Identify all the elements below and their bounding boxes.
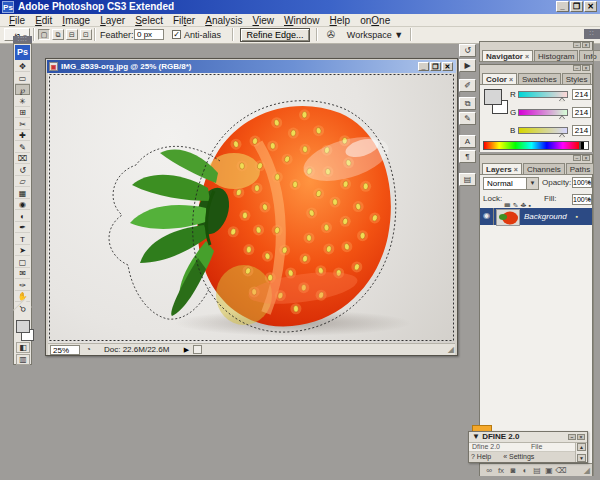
resize-grip[interactable]: ◢ (448, 345, 454, 355)
toolbox-grip[interactable]: ∷∷ (13, 36, 32, 43)
slice-tool[interactable]: ✂ (15, 119, 30, 130)
tab-close-icon[interactable]: × (525, 53, 529, 60)
menu-help[interactable]: Help (325, 15, 356, 26)
blend-mode-dropdown[interactable]: Normal ▼ (483, 177, 539, 190)
navigator-tab-navigator[interactable]: Navigator× (482, 50, 533, 61)
rectangle-tool[interactable]: ▢ (15, 257, 30, 268)
eraser-tool[interactable]: ▱ (15, 176, 30, 187)
new-selection-button[interactable]: ▢ (38, 29, 50, 40)
actions-icon[interactable]: ▶ (459, 59, 476, 72)
character-icon[interactable]: A (459, 135, 476, 148)
layer-group-icon[interactable]: ▤ (531, 466, 543, 475)
channel-value[interactable]: 214 (572, 125, 591, 136)
background-layer-row[interactable]: ◉ Background ▪ (480, 208, 592, 225)
dfine-scrollbar[interactable]: ▲ ▼ (575, 443, 587, 462)
menu-window[interactable]: Window (279, 15, 325, 26)
layers-tab-layers[interactable]: Layers× (482, 163, 522, 174)
maximize-button[interactable]: ❐ (570, 1, 583, 12)
foreground-color-swatch[interactable] (16, 320, 30, 333)
dock-grip[interactable]: ∷ (584, 29, 600, 39)
layer-mask-icon[interactable]: ◙ (507, 466, 519, 475)
zoom-level-input[interactable]: 25% (50, 345, 80, 355)
menu-view[interactable]: View (247, 15, 279, 26)
paragraph-icon[interactable]: ¶ (459, 150, 476, 163)
screen-mode-button[interactable]: ▥ (16, 354, 30, 365)
layer-comps-icon[interactable]: ▤ (459, 173, 476, 186)
slider-marker-icon[interactable] (559, 116, 565, 120)
scroll-down-icon[interactable]: ▼ (577, 454, 586, 462)
panel-minimize-icon[interactable]: – (568, 434, 576, 440)
crop-tool[interactable]: ⊞ (15, 107, 30, 118)
slider-marker-icon[interactable] (559, 98, 565, 102)
channel-value[interactable]: 214 (572, 89, 591, 100)
notes-tool[interactable]: ✉ (15, 268, 30, 279)
link-layers-icon[interactable]: ∞ (483, 466, 495, 475)
quick-selection-tool[interactable]: ✳ (15, 96, 30, 107)
path-selection-tool[interactable]: ➤ (15, 245, 30, 256)
subtract-from-selection-button[interactable]: ⊟ (66, 29, 78, 40)
go-to-bridge-icon[interactable]: ✇ (322, 29, 340, 41)
feather-input[interactable]: 0 px (134, 29, 164, 40)
eyedropper-tool[interactable]: ✑ (15, 280, 30, 291)
brushes-icon[interactable]: ✎ (459, 112, 476, 125)
menu-file[interactable]: File (4, 15, 30, 26)
navigator-tab-histogram[interactable]: Histogram (534, 50, 578, 61)
app-title-bar[interactable]: Ps Adobe Photoshop CS3 Extended _❐✕ (0, 0, 600, 14)
help-button[interactable]: ? Help (471, 453, 491, 460)
doc-close-button[interactable]: ✕ (442, 62, 453, 71)
layer-visibility-cell[interactable]: ◉ (480, 208, 494, 225)
channel-value[interactable]: 214 (572, 107, 591, 118)
status-option-box[interactable] (193, 345, 202, 354)
clone-source-icon[interactable]: ⧉ (459, 97, 476, 110)
blur-tool[interactable]: ◉ (15, 199, 30, 210)
menu-image[interactable]: Image (57, 15, 95, 26)
dfine-panel-header[interactable]: ▼ DFINE 2.0 – × (469, 432, 587, 443)
lasso-tool[interactable]: ℘ (15, 84, 30, 95)
menu-analysis[interactable]: Analysis (200, 15, 247, 26)
history-brush-tool[interactable]: ↺ (15, 165, 30, 176)
anti-alias-checkbox[interactable]: ✓ (172, 30, 181, 39)
canvas[interactable] (48, 73, 455, 343)
add-to-selection-button[interactable]: ⧉ (52, 29, 64, 40)
settings-button[interactable]: « Settings (503, 453, 534, 460)
move-tool[interactable]: ✥ (15, 61, 30, 72)
clone-stamp-tool[interactable]: ⌧ (15, 153, 30, 164)
quick-mask-button[interactable]: ◧ (16, 342, 30, 353)
minimize-button[interactable]: _ (556, 1, 569, 12)
dfine-filter-row[interactable]: Dfine 2.0 File (469, 443, 575, 452)
menu-layer[interactable]: Layer (95, 15, 130, 26)
close-button[interactable]: ✕ (584, 1, 597, 12)
channel-slider[interactable] (518, 109, 568, 116)
tab-close-icon[interactable]: × (514, 166, 518, 173)
foreground-color-swatch[interactable] (484, 89, 502, 105)
color-tab-swatches[interactable]: Swatches (518, 73, 561, 84)
tool-presets-icon[interactable]: ✐ (459, 79, 476, 92)
type-tool[interactable]: T (15, 234, 30, 245)
scroll-up-icon[interactable]: ▲ (577, 443, 586, 451)
layer-style-icon[interactable]: fx (495, 466, 507, 475)
gradient-tool[interactable]: ▦ (15, 188, 30, 199)
tab-close-icon[interactable]: × (509, 76, 513, 83)
panel-resize-grip[interactable]: ◢ (584, 466, 590, 475)
new-layer-icon[interactable]: ▣ (543, 466, 555, 475)
navigator-tab-info[interactable]: Info (579, 50, 600, 61)
channel-slider[interactable] (518, 91, 568, 98)
workspace-dropdown[interactable]: Workspace ▼ (344, 28, 406, 42)
doc-minimize-button[interactable]: _ (418, 62, 429, 71)
document-title-bar[interactable]: ▣ IMG_8539-org.jpg @ 25% (RGB/8*) _❐✕ (47, 60, 456, 73)
menu-filter[interactable]: Filter (168, 15, 200, 26)
pen-tool[interactable]: ✒ (15, 222, 30, 233)
history-icon[interactable]: ↺ (459, 44, 476, 57)
layer-thumbnail[interactable] (496, 209, 520, 226)
status-menu-arrow[interactable]: ▶ (182, 345, 191, 354)
brush-tool[interactable]: ✎ (15, 142, 30, 153)
color-tab-styles[interactable]: Styles (562, 73, 592, 84)
doc-restore-button[interactable]: ❐ (430, 62, 441, 71)
spot-healing-brush-tool[interactable]: ✚ (15, 130, 30, 141)
color-ramp[interactable] (483, 141, 580, 150)
menu-onone[interactable]: onOne (355, 15, 395, 26)
slider-marker-icon[interactable] (559, 134, 565, 138)
dodge-tool[interactable]: ◐ (15, 211, 30, 222)
layers-tab-paths[interactable]: Paths (566, 163, 594, 174)
color-ramp-bw-end[interactable] (580, 141, 589, 150)
